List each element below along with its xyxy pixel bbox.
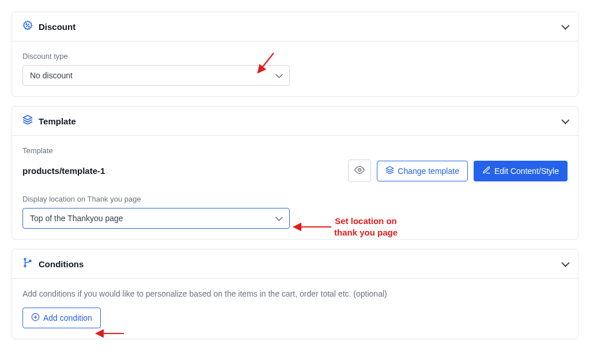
- template-name: products/template-1: [22, 166, 105, 176]
- edit-content-style-label: Edit Content/Style: [494, 166, 559, 176]
- svg-point-1: [29, 26, 30, 28]
- plus-circle-icon: [31, 313, 40, 323]
- chevron-down-icon: [561, 116, 569, 124]
- template-header[interactable]: Template: [12, 107, 578, 135]
- change-template-button[interactable]: Change template: [377, 161, 468, 181]
- discount-title: Discount: [39, 22, 75, 32]
- display-location-label: Display location on Thank you page: [22, 195, 568, 203]
- conditions-card: Conditions Add conditions if you would l…: [12, 249, 578, 339]
- eye-icon: [354, 165, 365, 177]
- pencil-icon: [482, 166, 491, 176]
- conditions-title: Conditions: [39, 259, 84, 269]
- discount-badge-icon: [22, 20, 33, 33]
- conditions-body: Add conditions if you would like to pers…: [12, 278, 578, 339]
- conditions-help-text: Add conditions if you would like to pers…: [22, 289, 568, 298]
- layers-icon: [22, 115, 33, 127]
- branch-icon: [22, 257, 33, 270]
- add-condition-label: Add condition: [43, 313, 92, 323]
- template-card: Template Template products/template-1: [12, 106, 578, 240]
- conditions-header[interactable]: Conditions: [12, 249, 578, 278]
- template-body: Template products/template-1: [12, 135, 578, 239]
- svg-marker-4: [387, 166, 394, 170]
- discount-type-select[interactable]: No discount: [22, 65, 290, 86]
- svg-marker-2: [24, 116, 32, 120]
- add-condition-button[interactable]: Add condition: [22, 308, 101, 328]
- template-title: Template: [39, 116, 76, 126]
- discount-type-label: Discount type: [22, 52, 568, 60]
- layers-icon: [385, 166, 394, 176]
- chevron-down-icon: [561, 259, 569, 267]
- display-location-select[interactable]: Top of the Thankyou page: [22, 208, 290, 229]
- discount-header[interactable]: Discount: [12, 12, 578, 41]
- discount-body: Discount type No discount: [12, 41, 578, 96]
- discount-card: Discount Discount type No discount: [12, 12, 578, 97]
- svg-point-0: [26, 24, 27, 25]
- svg-point-3: [358, 169, 361, 172]
- chevron-down-icon: [561, 22, 569, 30]
- edit-content-style-button[interactable]: Edit Content/Style: [474, 161, 568, 181]
- preview-button[interactable]: [348, 160, 371, 182]
- change-template-label: Change template: [398, 166, 459, 176]
- template-label: Template: [22, 146, 568, 155]
